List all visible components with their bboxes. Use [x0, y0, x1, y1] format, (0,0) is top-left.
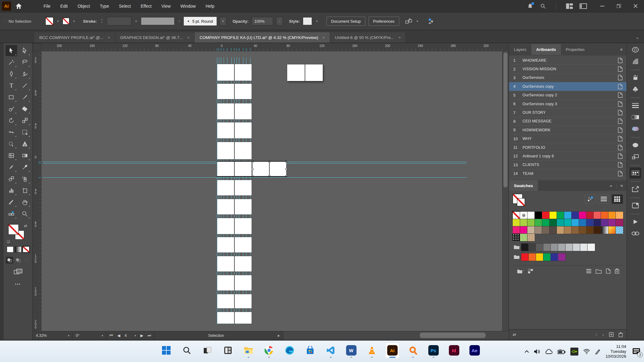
stroke-width-dropdown[interactable]: ▾ [134, 20, 138, 23]
artboard-row[interactable]: 11PORTFOLIO [509, 143, 627, 152]
stroke-width-stepper[interactable]: ˄˅ [100, 19, 104, 24]
panel-icon-gradient[interactable] [629, 111, 642, 123]
swatch[interactable] [572, 219, 579, 226]
menu-file[interactable]: File [39, 2, 55, 10]
artboard-thumbnail[interactable] [217, 142, 252, 159]
menu-type[interactable]: Type [95, 2, 113, 10]
taskbar-app-chrome[interactable] [262, 342, 276, 358]
artboard-thumbnail[interactable] [217, 122, 252, 138]
delete-swatch-icon[interactable] [615, 268, 619, 274]
swatch[interactable] [579, 219, 586, 226]
swatch[interactable] [601, 212, 608, 219]
swatch[interactable] [594, 212, 601, 219]
document-setup-button[interactable]: Document Setup [326, 17, 365, 26]
swatch[interactable] [521, 253, 529, 261]
stroke-width-field[interactable] [107, 17, 131, 25]
taskbar-app-illustrator[interactable]: Ai [385, 342, 399, 358]
tab-close-icon[interactable]: × [187, 35, 190, 40]
none-button[interactable] [23, 246, 29, 252]
swatch[interactable] [513, 226, 520, 234]
artboard-thumbnail[interactable] [217, 199, 252, 214]
swatch[interactable] [558, 244, 565, 251]
new-artboard-icon[interactable] [609, 332, 614, 337]
swatch[interactable] [579, 226, 586, 234]
panel-group-grip[interactable]: ▪▪▪▪▪▪▪▪ [631, 68, 640, 71]
tool-column-graph-icon[interactable] [6, 185, 17, 196]
arrange-documents-icon[interactable] [566, 3, 573, 9]
artboard-name[interactable]: OUR STORY [523, 110, 615, 115]
artboard-thumbnail[interactable] [217, 180, 252, 195]
taskbar-app-search[interactable] [179, 342, 194, 358]
tab-close-icon[interactable]: × [399, 35, 401, 40]
next-artboard-icon[interactable]: ▶ [140, 333, 143, 338]
swatch[interactable] [535, 219, 542, 226]
document-tab-4[interactable]: Untitled-6 @ 50 % (CMYK/Pre...× [330, 32, 406, 43]
ruler-horizontal[interactable]: 200160120804004080120160200240280320 [41, 43, 502, 51]
swatch[interactable] [527, 234, 535, 241]
swatch[interactable] [557, 212, 564, 219]
document-tab-3[interactable]: COMPANY PROFILE KA (U) LTD.ai* @ 4.32 % … [195, 32, 330, 43]
swatch[interactable] [521, 244, 529, 251]
panel-icon-appearance[interactable] [629, 139, 642, 151]
taskbar-app-photoshop[interactable]: Ps [426, 342, 441, 358]
artboard-row[interactable]: 12Artboard 1 copy 8 [509, 152, 627, 160]
artboard-page-icon[interactable] [615, 171, 625, 176]
taskbar-app-aftereffects[interactable]: Ae [467, 342, 482, 358]
tool-paintbrush-icon[interactable] [19, 92, 31, 103]
brush-dropdown[interactable]: ▾ [220, 17, 226, 25]
artboard-name[interactable]: OurServices copy 3 [523, 102, 615, 106]
swatch[interactable] [535, 212, 542, 219]
swatch[interactable] [601, 219, 608, 226]
tab-overflow-icon[interactable]: » [636, 36, 644, 43]
menu-help[interactable]: Help [201, 2, 219, 10]
panel-grip[interactable]: ⋮⋮⋮ [3, 21, 6, 22]
ruler-corner[interactable] [33, 43, 41, 51]
onedrive-icon[interactable] [545, 349, 553, 354]
swatch[interactable] [550, 212, 557, 219]
panel-group-grip[interactable]: ▪▪▪▪▪▪▪▪ [631, 213, 640, 215]
swatch[interactable] [564, 219, 572, 226]
artboard-thumbnail[interactable] [217, 84, 252, 99]
stroke-color-swatch[interactable] [63, 18, 69, 25]
notifications-bell-icon[interactable] [527, 3, 533, 9]
list-view-icon[interactable] [598, 194, 609, 204]
nvidia-icon[interactable] [570, 348, 578, 356]
artboard-name[interactable]: OurServices copy [523, 84, 615, 89]
rearrange-artboards-icon[interactable]: ⇄ [513, 332, 516, 337]
panel-icon-stroke[interactable] [629, 100, 642, 111]
swatch[interactable] [594, 226, 601, 234]
swatch[interactable] [557, 226, 564, 234]
style-dropdown[interactable]: ▾ [315, 20, 318, 23]
swatch[interactable] [616, 226, 623, 234]
swatch[interactable] [572, 226, 579, 234]
swatch[interactable] [527, 212, 535, 219]
tool-rotate-icon[interactable] [6, 115, 17, 126]
swatch[interactable] [616, 212, 623, 219]
tool-gradient-icon[interactable] [19, 150, 31, 161]
tool-perspective-selection-icon[interactable] [6, 138, 17, 149]
panel-icon-actions-play[interactable] [629, 216, 642, 228]
artboard-page-icon[interactable] [615, 162, 625, 168]
panel-group-grip[interactable]: ▪▪▪▪▪▪▪▪ [631, 136, 640, 139]
panel-group-grip[interactable]: ▪▪▪▪▪▪▪▪ [631, 180, 640, 183]
swatch-libraries-icon[interactable] [585, 194, 596, 204]
wifi-icon[interactable] [583, 349, 590, 354]
artboard-page-icon[interactable] [615, 75, 625, 80]
horizontal-scroll-thumb[interactable] [420, 333, 486, 338]
swatch[interactable] [601, 226, 608, 234]
tab-close-icon[interactable]: × [322, 35, 325, 40]
swatch[interactable] [573, 244, 580, 251]
taskbar-app-vlc[interactable] [364, 342, 379, 358]
artboard-name[interactable]: CEO MESSAGE [523, 119, 615, 123]
swatch-kinds-icon[interactable] [528, 269, 534, 274]
artboard-number-dropdown[interactable]: 4▾ [125, 333, 136, 338]
artboard-page-icon[interactable] [615, 101, 625, 107]
fill-box[interactable] [8, 224, 19, 235]
tool-zoom-icon[interactable] [19, 208, 31, 219]
swatch-registration[interactable]: ⊕ [520, 212, 527, 219]
artboard-row[interactable]: 4OurServices copy [509, 82, 627, 91]
swatch[interactable] [529, 244, 536, 251]
artboard-row[interactable]: 8CEO MESSAGE [509, 117, 627, 126]
artboard-row[interactable]: 6OurServices copy 3 [509, 100, 627, 108]
align-glyph-icon[interactable] [405, 18, 413, 25]
